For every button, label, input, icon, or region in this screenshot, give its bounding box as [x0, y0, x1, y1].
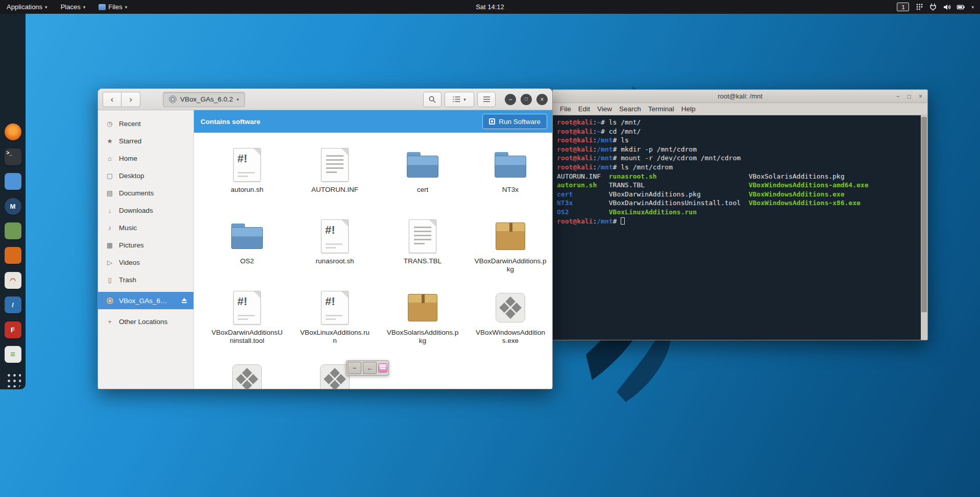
optical-disc-icon — [106, 297, 114, 305]
sidebar-item-recent[interactable]: ◷Recent — [98, 115, 193, 132]
sidebar-item-downloads[interactable]: ↓Downloads — [98, 202, 193, 219]
terminal-line: root@kali:~# cd /mnt/ — [557, 127, 917, 136]
file-item-cert[interactable]: cert — [379, 147, 467, 199]
network-icon — [929, 3, 937, 11]
dock-item-text-editor[interactable]: ≡ — [3, 344, 23, 364]
view-toggle-button[interactable]: ▾ — [445, 92, 474, 107]
terminal-title: root@kali: /mnt — [553, 92, 927, 100]
terminal-line: root@kali:/mnt# — [557, 217, 917, 226]
clock[interactable]: Sat 14:12 — [0, 3, 980, 11]
file-label: cert — [386, 186, 459, 194]
file-item[interactable] — [203, 361, 291, 389]
dock-item-firefox[interactable] — [3, 122, 23, 142]
file-item-vboxdarwinadditions-pkg[interactable]: VBoxDarwinAdditions.pkg — [467, 218, 552, 270]
sidebar-item-label: Other Locations — [119, 318, 167, 326]
minimize-button[interactable]: − — [505, 94, 516, 105]
close-button[interactable]: × — [536, 94, 548, 105]
forward-button[interactable]: › — [121, 92, 140, 107]
maximize-button[interactable]: □ — [521, 94, 532, 105]
sidebar-item-other-locations[interactable]: +Other Locations — [98, 313, 193, 330]
volume-icon — [943, 3, 951, 11]
dock-item-burpsuite[interactable] — [3, 245, 23, 265]
dock-item-zenmap[interactable] — [3, 221, 23, 241]
files-app-icon — [99, 4, 106, 10]
dock-item-beef[interactable]: ◠ — [3, 270, 23, 290]
menu-files[interactable]: Files▾ — [92, 0, 134, 14]
maximize-icon: □ — [525, 97, 527, 102]
menu-applications[interactable]: Applications▾ — [0, 0, 54, 14]
text-icon — [317, 147, 353, 183]
sidebar-item-videos[interactable]: ▷Videos — [98, 254, 193, 271]
file-item-runasroot-sh[interactable]: #!runasroot.sh — [291, 218, 379, 270]
terminal-window: root@kali: /mnt − □ × FileEditViewSearch… — [552, 89, 928, 340]
file-item-nt3x[interactable]: NT3x — [467, 147, 552, 199]
terminal-line: root@kali:/mnt# mkdir -p /mnt/cdrom — [557, 145, 917, 154]
sidebar-item-home[interactable]: ⌂Home — [98, 150, 193, 167]
sidebar-item-label: Recent — [119, 120, 141, 128]
file-item-vboxsolarisadditions-pkg[interactable]: VBoxSolarisAdditions.pkg — [379, 290, 467, 342]
search-button[interactable] — [423, 92, 442, 107]
chevron-down-icon: ▾ — [463, 97, 466, 102]
sidebar-item-trash[interactable]: ▯Trash — [98, 271, 193, 288]
file-label: runasroot.sh — [299, 257, 371, 265]
file-item-os2[interactable]: OS2 — [203, 218, 291, 270]
back-icon: ‹ — [111, 94, 114, 105]
terminal-menu-terminal[interactable]: Terminal — [645, 105, 678, 113]
forward-icon: › — [129, 94, 132, 105]
sidebar-item-documents[interactable]: ▤Documents — [98, 184, 193, 202]
file-label: VBoxWindowsAdditions.exe — [474, 329, 547, 345]
back-button[interactable]: ‹ — [103, 92, 121, 107]
dock-item-show-applications[interactable] — [3, 369, 23, 389]
sidebar-item-pictures[interactable]: ▦Pictures — [98, 236, 193, 254]
file-item-vboxwindowsadditions-exe[interactable]: VBoxWindowsAdditions.exe — [467, 290, 552, 342]
dock-item-metasploit[interactable]: M — [3, 196, 23, 216]
terminal-menu-help[interactable]: Help — [678, 105, 699, 113]
search-icon — [428, 95, 436, 104]
terminal-menu-edit[interactable]: Edit — [575, 105, 594, 113]
exe-icon — [229, 361, 265, 389]
terminal-titlebar[interactable]: root@kali: /mnt − □ × — [553, 90, 927, 103]
eject-icon[interactable] — [181, 298, 187, 303]
sidebar-item-vbox-gas-6-[interactable]: VBox_GAs_6… — [98, 292, 193, 309]
menu-button[interactable] — [477, 92, 496, 107]
menu-places[interactable]: Places▾ — [54, 0, 92, 14]
terminal-menu-view[interactable]: View — [594, 105, 616, 113]
terminal-line: root@kali:~# ls /mnt/ — [557, 118, 917, 127]
terminal-cursor — [621, 217, 625, 225]
sidebar-item-starred[interactable]: ★Starred — [98, 132, 193, 150]
file-item-vboxlinuxadditions-run[interactable]: #!VBoxLinuxAdditions.run — [291, 290, 379, 342]
terminal-line: NT3x VBoxDarwinAdditionsUninstall.tool V… — [557, 198, 917, 208]
list-view-icon — [453, 96, 460, 103]
minimize-icon: − — [353, 364, 357, 372]
files-icon — [5, 173, 21, 190]
dock-item-faraday[interactable]: F — [3, 320, 23, 340]
sidebar-item-label: VBox_GAs_6… — [119, 297, 167, 305]
file-item-autorun-inf[interactable]: AUTORUN.INF — [291, 147, 379, 199]
run-software-button[interactable]: Run Software — [482, 114, 547, 129]
sidebar-item-label: Desktop — [119, 172, 144, 180]
terminal-screen[interactable]: root@kali:~# ls /mnt/root@kali:~# cd /mn… — [553, 115, 921, 340]
sidebar-item-desktop[interactable]: ▢Desktop — [98, 167, 193, 184]
workspace-indicator[interactable]: 1 — [897, 3, 909, 11]
file-item-trans-tbl[interactable]: TRANS.TBL — [379, 218, 467, 270]
back-button[interactable]: ← — [363, 362, 377, 374]
exe-icon — [493, 290, 528, 326]
dock-item-files[interactable] — [3, 171, 23, 191]
minimize-button[interactable]: − — [896, 93, 900, 100]
terminal-menu-file[interactable]: File — [556, 105, 575, 113]
sidebar-item-music[interactable]: ♪Music — [98, 219, 193, 236]
file-item-autorun-sh[interactable]: #!autorun.sh — [203, 147, 291, 199]
plus-icon: + — [105, 318, 114, 326]
file-item-vboxdarwinadditionsuninstall-tool[interactable]: #!VBoxDarwinAdditionsUninstall.tool — [203, 290, 291, 342]
terminal-icon: >_ — [5, 148, 21, 165]
location-button[interactable]: VBox_GAs_6.0.2 ▾ — [163, 92, 245, 107]
close-button[interactable]: × — [919, 93, 922, 100]
terminal-scrollbar[interactable] — [921, 115, 927, 340]
maximize-button[interactable]: □ — [908, 93, 911, 100]
dock-item-terminal[interactable]: >_ — [3, 146, 23, 166]
system-menu[interactable]: ▾ — [916, 0, 974, 14]
dock-item-maltego[interactable]: / — [3, 295, 23, 315]
scrollbar-thumb[interactable] — [921, 117, 927, 312]
minimize-button[interactable]: − — [348, 362, 361, 374]
terminal-menu-search[interactable]: Search — [616, 105, 645, 113]
